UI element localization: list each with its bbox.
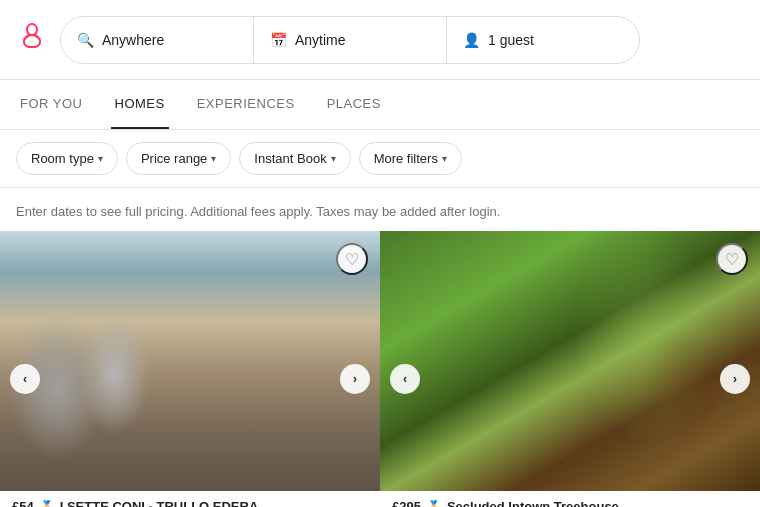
- room-type-filter[interactable]: Room type ▾: [16, 142, 118, 175]
- listing-image-1: [0, 231, 380, 491]
- airbnb-logo[interactable]: [16, 22, 48, 58]
- tab-for-you[interactable]: FOR YOU: [16, 80, 87, 129]
- search-icon: 🔍: [77, 32, 94, 48]
- tab-places[interactable]: PLACES: [323, 80, 385, 129]
- prev-image-arrow-1[interactable]: ‹: [10, 364, 40, 394]
- prev-image-arrow-2[interactable]: ‹: [390, 364, 420, 394]
- instant-book-chevron-icon: ▾: [331, 153, 336, 164]
- more-filters-label: More filters: [374, 151, 438, 166]
- listing-info-1: £54 🏅 I SETTE CONI - TRULLO EDERA: [0, 491, 380, 507]
- superhost-badge-1: 🏅: [40, 500, 54, 507]
- price-range-filter[interactable]: Price range ▾: [126, 142, 231, 175]
- date-search[interactable]: 📅 Anytime: [254, 17, 447, 63]
- more-filters-chevron-icon: ▾: [442, 153, 447, 164]
- pricing-info: Enter dates to see full pricing. Additio…: [0, 188, 760, 231]
- listing-card-2[interactable]: ♡ ‹ › £295 🏅 Secluded Intown Treehouse: [380, 231, 760, 507]
- next-image-arrow-1[interactable]: ›: [340, 364, 370, 394]
- room-type-chevron-icon: ▾: [98, 153, 103, 164]
- wishlist-button-2[interactable]: ♡: [716, 243, 748, 275]
- nav-tabs: FOR YOU HOMES EXPERIENCES PLACES: [0, 80, 760, 130]
- guest-text: 1 guest: [488, 32, 534, 48]
- wishlist-button-1[interactable]: ♡: [336, 243, 368, 275]
- listing-image-2: [380, 231, 760, 491]
- tab-experiences[interactable]: EXPERIENCES: [193, 80, 299, 129]
- next-image-arrow-2[interactable]: ›: [720, 364, 750, 394]
- more-filters-filter[interactable]: More filters ▾: [359, 142, 462, 175]
- location-text: Anywhere: [102, 32, 164, 48]
- guest-icon: 👤: [463, 32, 480, 48]
- instant-book-filter[interactable]: Instant Book ▾: [239, 142, 350, 175]
- room-type-label: Room type: [31, 151, 94, 166]
- price-range-label: Price range: [141, 151, 207, 166]
- listings-grid: ♡ ‹ › £54 🏅 I SETTE CONI - TRULLO EDERA …: [0, 231, 760, 507]
- filter-bar: Room type ▾ Price range ▾ Instant Book ▾…: [0, 130, 760, 188]
- superhost-badge-2: 🏅: [427, 500, 441, 507]
- calendar-icon: 📅: [270, 32, 287, 48]
- tab-homes[interactable]: HOMES: [111, 80, 169, 129]
- location-search[interactable]: 🔍 Anywhere: [61, 17, 254, 63]
- listing-title-1: £54 🏅 I SETTE CONI - TRULLO EDERA: [12, 499, 368, 507]
- search-bar: 🔍 Anywhere 📅 Anytime 👤 1 guest: [60, 16, 640, 64]
- instant-book-label: Instant Book: [254, 151, 326, 166]
- listing-info-2: £295 🏅 Secluded Intown Treehouse: [380, 491, 760, 507]
- listing-card-1[interactable]: ♡ ‹ › £54 🏅 I SETTE CONI - TRULLO EDERA: [0, 231, 380, 507]
- listing-title-2: £295 🏅 Secluded Intown Treehouse: [392, 499, 748, 507]
- price-range-chevron-icon: ▾: [211, 153, 216, 164]
- header: 🔍 Anywhere 📅 Anytime 👤 1 guest: [0, 0, 760, 80]
- guest-search[interactable]: 👤 1 guest: [447, 17, 639, 63]
- date-text: Anytime: [295, 32, 346, 48]
